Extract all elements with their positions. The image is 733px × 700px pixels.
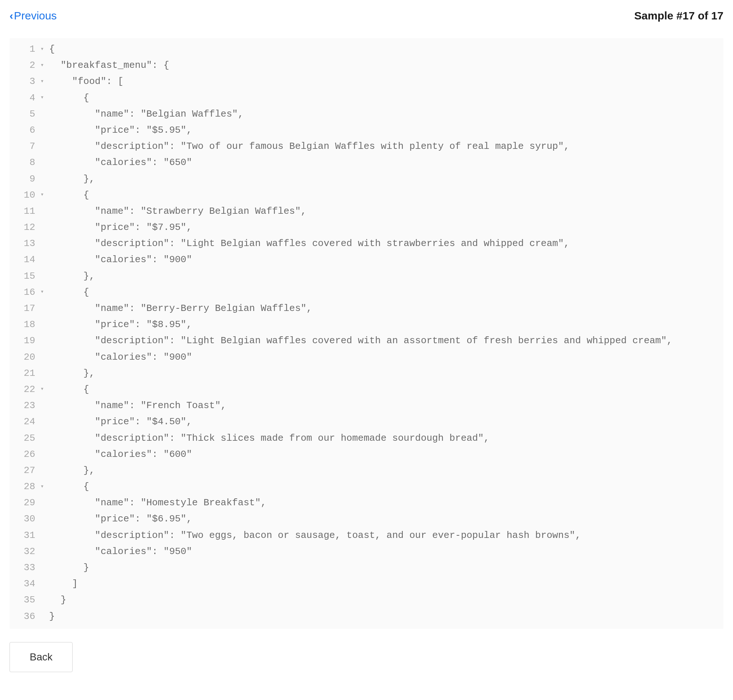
- line-number: 15: [10, 268, 38, 284]
- code-content: },: [46, 462, 95, 478]
- back-button[interactable]: Back: [10, 642, 73, 672]
- previous-label: Previous: [14, 10, 57, 22]
- fold-toggle-icon: [38, 397, 46, 414]
- fold-toggle-icon[interactable]: ▾: [38, 90, 46, 106]
- line-number: 4: [10, 90, 38, 106]
- code-content: "calories": "900": [46, 251, 192, 268]
- code-line: 4▾ {: [10, 90, 723, 106]
- code-content: },: [46, 365, 95, 381]
- fold-toggle-icon: [38, 106, 46, 122]
- code-line: 16▾ {: [10, 284, 723, 300]
- fold-toggle-icon: [38, 560, 46, 576]
- fold-toggle-icon: [38, 543, 46, 560]
- fold-toggle-icon: [38, 462, 46, 478]
- line-number: 12: [10, 219, 38, 235]
- fold-toggle-icon: [38, 122, 46, 138]
- fold-toggle-icon[interactable]: ▾: [38, 41, 46, 57]
- code-content: "price": "$8.95",: [46, 316, 192, 332]
- fold-toggle-icon: [38, 495, 46, 511]
- fold-toggle-icon[interactable]: ▾: [38, 381, 46, 397]
- code-content: "name": "Homestyle Breakfast",: [46, 495, 266, 511]
- code-line: 17 "name": "Berry-Berry Belgian Waffles"…: [10, 300, 723, 316]
- code-line: 20 "calories": "900": [10, 349, 723, 365]
- code-content: "calories": "950": [46, 543, 192, 560]
- code-content: {: [46, 284, 89, 300]
- line-number: 36: [10, 608, 38, 625]
- code-line: 2▾ "breakfast_menu": {: [10, 57, 723, 74]
- line-number: 8: [10, 154, 38, 171]
- fold-toggle-icon[interactable]: ▾: [38, 187, 46, 203]
- line-number: 33: [10, 560, 38, 576]
- line-number: 1: [10, 41, 38, 57]
- code-line: 27 },: [10, 462, 723, 478]
- fold-toggle-icon: [38, 203, 46, 219]
- code-content: "calories": "600": [46, 446, 192, 462]
- code-line: 11 "name": "Strawberry Belgian Waffles",: [10, 203, 723, 219]
- code-content: "price": "$6.95",: [46, 511, 192, 527]
- code-content: ]: [46, 576, 78, 592]
- fold-toggle-icon: [38, 171, 46, 187]
- code-content: {: [46, 381, 89, 397]
- line-number: 3: [10, 74, 38, 90]
- fold-toggle-icon: [38, 235, 46, 251]
- previous-link[interactable]: ‹ Previous: [10, 10, 57, 22]
- code-content: "price": "$7.95",: [46, 219, 192, 235]
- line-number: 32: [10, 543, 38, 560]
- fold-toggle-icon: [38, 430, 46, 446]
- fold-toggle-icon: [38, 365, 46, 381]
- code-content: "description": "Light Belgian waffles co…: [46, 235, 570, 251]
- fold-toggle-icon: [38, 592, 46, 608]
- line-number: 11: [10, 203, 38, 219]
- line-number: 7: [10, 138, 38, 154]
- line-number: 14: [10, 251, 38, 268]
- code-line: 36}: [10, 608, 723, 625]
- line-number: 13: [10, 235, 38, 251]
- code-content: "name": "Berry-Berry Belgian Waffles",: [46, 300, 312, 316]
- line-number: 22: [10, 381, 38, 397]
- line-number: 23: [10, 397, 38, 414]
- code-content: "calories": "900": [46, 349, 192, 365]
- fold-toggle-icon: [38, 316, 46, 332]
- line-number: 9: [10, 171, 38, 187]
- code-content: }: [46, 592, 66, 608]
- fold-toggle-icon: [38, 219, 46, 235]
- line-number: 19: [10, 332, 38, 349]
- line-number: 29: [10, 495, 38, 511]
- code-line: 30 "price": "$6.95",: [10, 511, 723, 527]
- sample-counter: Sample #17 of 17: [635, 10, 723, 22]
- fold-toggle-icon[interactable]: ▾: [38, 478, 46, 495]
- fold-toggle-icon[interactable]: ▾: [38, 57, 46, 74]
- fold-toggle-icon: [38, 414, 46, 430]
- code-line: 29 "name": "Homestyle Breakfast",: [10, 495, 723, 511]
- code-panel: 1▾{2▾ "breakfast_menu": {3▾ "food": [4▾ …: [10, 38, 723, 629]
- fold-toggle-icon: [38, 268, 46, 284]
- code-line: 26 "calories": "600": [10, 446, 723, 462]
- fold-toggle-icon[interactable]: ▾: [38, 74, 46, 90]
- fold-toggle-icon: [38, 154, 46, 171]
- line-number: 24: [10, 414, 38, 430]
- line-number: 17: [10, 300, 38, 316]
- code-line: 28▾ {: [10, 478, 723, 495]
- code-content: }: [46, 560, 89, 576]
- code-line: 15 },: [10, 268, 723, 284]
- fold-toggle-icon: [38, 300, 46, 316]
- code-content: }: [46, 608, 55, 625]
- code-content: "name": "Strawberry Belgian Waffles",: [46, 203, 306, 219]
- line-number: 28: [10, 478, 38, 495]
- code-line: 31 "description": "Two eggs, bacon or sa…: [10, 527, 723, 543]
- code-line: 9 },: [10, 171, 723, 187]
- code-line: 33 }: [10, 560, 723, 576]
- line-number: 26: [10, 446, 38, 462]
- code-content: },: [46, 268, 95, 284]
- code-line: 7 "description": "Two of our famous Belg…: [10, 138, 723, 154]
- code-line: 23 "name": "French Toast",: [10, 397, 723, 414]
- line-number: 10: [10, 187, 38, 203]
- fold-toggle-icon[interactable]: ▾: [38, 284, 46, 300]
- code-line: 24 "price": "$4.50",: [10, 414, 723, 430]
- code-content: "breakfast_menu": {: [46, 57, 169, 74]
- code-content: "name": "Belgian Waffles",: [46, 106, 244, 122]
- line-number: 21: [10, 365, 38, 381]
- code-content: "description": "Light Belgian waffles co…: [46, 332, 673, 349]
- line-number: 2: [10, 57, 38, 74]
- code-line: 25 "description": "Thick slices made fro…: [10, 430, 723, 446]
